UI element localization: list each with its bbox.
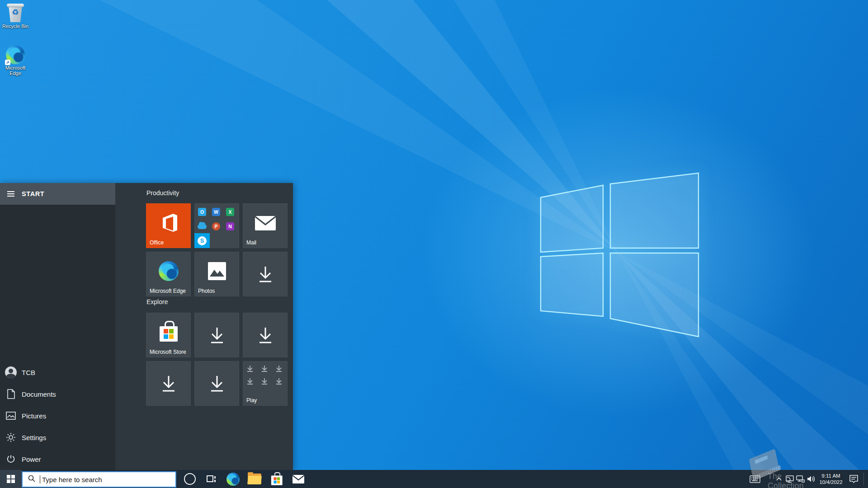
gear-icon [0,432,22,442]
tile-label: Office [150,239,164,246]
document-icon [0,389,22,399]
file-explorer-icon [248,474,261,484]
recycle-bin-icon: ♻ [6,3,24,23]
windows-hero-logo [538,171,701,339]
tile-office-apps-folder[interactable]: O W X P N S [194,203,239,248]
hamburger-icon[interactable] [0,191,22,197]
task-view-icon [206,474,217,484]
tile-label: Microsoft Edge [150,288,186,294]
tile-pending-download[interactable] [243,313,288,357]
nav-item-pictures[interactable]: Pictures [0,405,115,427]
outlook-icon: O [198,208,206,216]
search-input[interactable] [41,475,175,484]
edge-taskbar-button[interactable] [224,470,242,488]
mail-icon [292,474,305,484]
onedrive-icon [198,224,207,229]
download-arrow-icon [194,313,239,357]
nav-item-power[interactable]: Power [0,448,115,470]
network-button[interactable] [795,470,806,488]
show-desktop-button[interactable] [864,470,868,488]
tile-label: Microsoft Store [150,349,186,355]
mail-taskbar-button[interactable] [289,470,308,488]
download-arrow-icon [243,313,288,357]
nav-label-documents: Documents [22,390,56,398]
hidden-icons-button[interactable] [774,470,784,488]
mini-download-arrows [245,365,285,388]
desktop-icon-label: Recycle Bin [1,23,30,29]
tile-pending-download[interactable] [194,361,239,406]
store-icon [271,472,282,486]
group-label-productivity: Productivity [146,189,179,197]
file-explorer-button[interactable] [245,470,264,488]
cortana-icon [184,473,196,485]
start-menu-nav: TCB Documents Pictures [0,361,115,470]
search-icon [28,475,35,484]
tile-mail[interactable]: Mail [243,203,288,248]
tray-separator [863,473,864,485]
store-icon [159,321,179,343]
pictures-icon [0,411,22,420]
powerpoint-icon: P [212,222,220,230]
tile-photos[interactable]: Photos [194,252,239,296]
edge-icon [159,261,179,281]
desktop-icon-recycle-bin[interactable]: ♻ Recycle Bin [1,3,30,29]
windows-desktop: ♻ Recycle Bin ↗ Microsoft Edge START TCB… [0,0,868,488]
skype-icon: S [194,233,210,248]
start-menu-header[interactable]: START [0,183,115,205]
tile-play-folder[interactable]: Play [243,361,288,406]
edge-icon: ↗ [6,45,25,64]
clock-time: 9:11 AM [821,473,840,479]
start-button[interactable] [0,470,22,488]
tile-label: Photos [198,288,215,294]
cortana-button[interactable] [181,470,199,488]
update-status-button[interactable] [784,470,795,488]
onenote-icon: N [226,222,234,230]
touch-keyboard-icon [750,475,760,483]
tile-label: Play [246,397,257,404]
tile-pending-download[interactable] [243,252,288,296]
store-taskbar-button[interactable] [267,470,285,488]
speaker-icon [807,475,816,483]
nav-label-settings: Settings [22,434,46,441]
tile-label: Mail [246,239,256,246]
word-icon: W [212,208,220,216]
nav-item-documents[interactable]: Documents [0,383,115,405]
tile-office[interactable]: Office [146,203,191,248]
volume-button[interactable] [806,470,816,488]
power-icon [0,455,22,464]
taskbar-clock[interactable]: 9:11 AM 10/4/2022 [816,470,845,488]
desktop-icon-label: Microsoft Edge [1,65,30,76]
chevron-up-icon [776,477,782,481]
taskbar-search[interactable] [22,471,176,488]
desktop-icon-microsoft-edge[interactable]: ↗ Microsoft Edge [1,45,30,76]
nav-label-pictures: Pictures [22,412,46,420]
clock-date: 10/4/2022 [819,479,842,485]
download-arrow-icon [146,361,191,406]
nav-item-settings[interactable]: Settings [0,427,115,448]
edge-icon [226,473,240,486]
tile-microsoft-edge[interactable]: Microsoft Edge [146,252,191,296]
excel-icon: X [226,208,234,216]
nav-label-power: Power [22,455,41,463]
tile-microsoft-store[interactable]: Microsoft Store [146,313,191,357]
start-menu: START TCB Documents Pictures [0,183,293,470]
touch-keyboard-button[interactable] [747,470,763,488]
task-view-button[interactable] [202,470,220,488]
shortcut-arrow-badge: ↗ [5,60,10,65]
download-arrow-icon [194,361,239,406]
windows-logo-icon [7,475,15,483]
action-center-button[interactable] [846,470,861,488]
ethernet-network-icon [796,475,805,483]
nav-item-user[interactable]: TCB [0,361,115,383]
nav-label-user: TCB [22,369,35,376]
text-caret [40,475,40,483]
download-arrow-icon [243,252,288,296]
monitor-sync-icon [785,475,794,483]
taskbar: 9:11 AM 10/4/2022 [0,470,868,488]
user-avatar-icon [5,366,17,378]
group-label-explore: Explore [146,298,168,305]
action-center-icon [849,474,859,483]
tile-pending-download[interactable] [194,313,239,357]
start-header-label: START [22,190,44,197]
tile-pending-download[interactable] [146,361,191,406]
